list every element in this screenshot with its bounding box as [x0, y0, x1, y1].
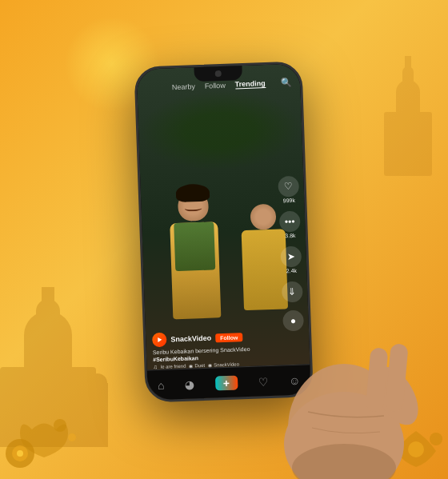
channel-logo — [152, 332, 167, 347]
phone-wrapper: Nearby Follow Trending 🔍 ♡ 999k ••• 3.8k — [134, 61, 314, 402]
tab-notification[interactable]: ♡ — [258, 374, 269, 387]
man-head — [178, 190, 209, 221]
ornament-left-svg — [4, 413, 76, 469]
nav-nearby[interactable]: Nearby — [172, 82, 195, 90]
like-button[interactable]: ♡ 999k — [278, 175, 299, 203]
tab-profile[interactable]: ☺ — [289, 373, 301, 386]
comment-icon: ••• — [279, 210, 301, 232]
video-bg-leaves — [138, 87, 303, 173]
comment-count: 3.8k — [285, 232, 295, 238]
svg-point-19 — [365, 359, 424, 432]
svg-rect-21 — [385, 343, 408, 413]
download-button[interactable]: ⇓ — [282, 281, 303, 302]
phone-notch — [194, 66, 242, 82]
eid-ornament-right — [388, 427, 444, 475]
svg-point-22 — [292, 444, 396, 479]
man-body — [170, 222, 221, 319]
share-button[interactable]: ➤ 2.4k — [280, 245, 302, 273]
svg-marker-16 — [158, 337, 162, 341]
tab-bar: ⌂ ◕ + ♡ ☺ — [147, 364, 311, 400]
search-icon[interactable]: 🔍 — [281, 77, 292, 87]
heart-icon: ♡ — [278, 175, 299, 197]
front-camera — [215, 70, 222, 76]
share-icon: ➤ — [280, 245, 302, 267]
download-icon: ⇓ — [282, 281, 303, 302]
music-text: le are friend — [161, 363, 186, 369]
man-hair — [176, 183, 210, 202]
nav-trending[interactable]: Trending — [235, 79, 266, 89]
nav-follow[interactable]: Follow — [205, 81, 226, 90]
tab-add[interactable]: + — [214, 375, 238, 390]
svg-point-25 — [17, 450, 23, 457]
man-smile — [184, 204, 202, 211]
svg-point-27 — [68, 433, 76, 441]
ornament-right-svg — [388, 427, 444, 471]
comment-button[interactable]: ••• 3.8k — [279, 210, 301, 238]
duet-button[interactable]: ◉ Duet — [189, 361, 205, 368]
main-scene: Nearby Follow Trending 🔍 ♡ 999k ••• 3.8k — [0, 0, 448, 479]
video-figure-man — [157, 189, 234, 351]
svg-rect-20 — [366, 347, 389, 413]
svg-point-18 — [284, 392, 404, 479]
share-count: 2.4k — [286, 267, 297, 273]
phone-screen: Nearby Follow Trending 🔍 ♡ 999k ••• 3.8k — [136, 63, 310, 400]
music-note-icon: ♫ — [153, 364, 157, 369]
tab-discover[interactable]: ◕ — [185, 377, 195, 389]
eid-ornament-left — [4, 413, 76, 475]
video-info: SnackVideo Follow Seribu Kebaikan berser… — [146, 327, 310, 369]
tab-home[interactable]: ⌂ — [158, 378, 165, 391]
like-count: 999k — [283, 197, 295, 203]
svg-point-26 — [54, 419, 66, 432]
man-scarf — [174, 222, 215, 271]
follow-button[interactable]: Follow — [215, 332, 243, 341]
svg-point-28 — [408, 441, 424, 457]
channel-name: SnackVideo — [170, 333, 211, 343]
svg-point-29 — [430, 433, 442, 445]
phone-frame: Nearby Follow Trending 🔍 ♡ 999k ••• 3.8k — [134, 61, 314, 402]
woman-head — [250, 203, 276, 230]
